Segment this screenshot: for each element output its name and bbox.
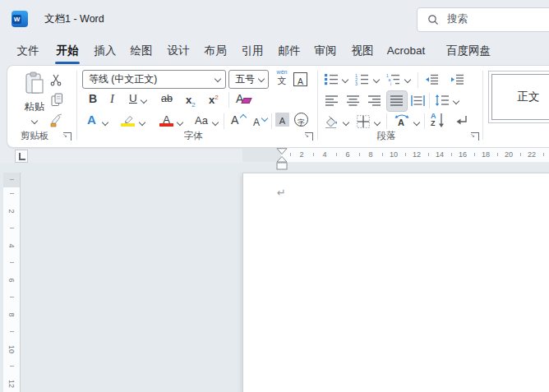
tab-design[interactable]: 设计 <box>164 38 193 64</box>
align-center-button align-center-icon[interactable] <box>347 95 359 106</box>
tab-selector-l-icon <box>19 153 25 160</box>
divider <box>228 92 229 108</box>
hanging-indent-marker <box>277 157 287 163</box>
highlight-color-bar <box>121 123 135 127</box>
bold-button[interactable]: B <box>89 92 97 105</box>
tab-file[interactable]: 文件 <box>13 38 43 64</box>
vertical-ruler[interactable]: 2 4 6 8 10 12 <box>3 173 21 392</box>
tab-layout[interactable]: 布局 <box>201 38 230 64</box>
enclose-characters-button[interactable]: 字 <box>294 113 308 127</box>
text-effects-button[interactable]: A <box>87 113 96 127</box>
indent-markers[interactable] <box>274 148 289 171</box>
style-item-normal[interactable]: 正文 <box>491 74 549 120</box>
format-painter-button format-painter-icon[interactable] <box>49 113 64 127</box>
document-page[interactable]: ↵ <box>242 173 549 392</box>
align-right-button align-right-icon[interactable] <box>368 95 381 106</box>
word-logo-icon: W <box>12 11 28 27</box>
font-dialog-launcher[interactable] <box>305 132 313 141</box>
shading-button paint-bucket-icon[interactable] <box>324 115 338 128</box>
align-left-button align-left-icon[interactable] <box>325 95 338 106</box>
multilevel-list-button multilevel-list-icon[interactable]: 1ai <box>386 73 400 85</box>
character-border-button[interactable]: A <box>293 72 307 86</box>
distributed-button distributed-icon[interactable] <box>411 95 425 106</box>
underline-button[interactable]: U <box>129 92 137 104</box>
italic-button[interactable]: I <box>110 92 114 106</box>
font-size-chevron[interactable] <box>258 76 265 82</box>
font-name-chevron[interactable] <box>215 76 221 82</box>
divider <box>429 93 430 108</box>
character-border-letter: A <box>298 76 303 86</box>
paragraph-group-label: 段落 <box>345 130 427 142</box>
tab-acrobat[interactable]: Acrobat <box>384 38 428 64</box>
tab-baidu-netdisk[interactable]: 百度网盘 <box>442 38 495 64</box>
search-box[interactable]: 搜索 <box>417 7 549 32</box>
tab-draw[interactable]: 绘图 <box>127 38 156 64</box>
window-title: 文档1 - Word <box>44 12 104 26</box>
decrease-indent-button decrease-indent-icon[interactable] <box>425 74 439 85</box>
show-hide-marks-button return-arrow-icon[interactable] <box>454 114 468 127</box>
character-shading-button[interactable]: A <box>275 113 289 127</box>
sort-arrow-icon <box>438 113 445 127</box>
svg-text:3: 3 <box>355 81 358 85</box>
paste-label: 粘贴 <box>15 100 54 114</box>
search-icon <box>427 14 439 25</box>
font-size-value: 五号 <box>235 71 255 88</box>
increase-indent-button increase-indent-icon[interactable] <box>450 74 464 85</box>
bullets-button bullet-list-icon[interactable] <box>325 73 339 85</box>
borders-button borders-grid-icon[interactable] <box>357 115 370 128</box>
paste-button[interactable]: 粘贴 <box>15 69 54 128</box>
word-logo-letter: W <box>12 15 21 24</box>
tab-review[interactable]: 审阅 <box>311 38 340 64</box>
change-case-button[interactable]: Aa <box>195 114 208 127</box>
strikethrough-button[interactable]: ab <box>161 93 173 104</box>
paragraph-dialog-launcher[interactable] <box>471 132 479 141</box>
svg-text:i: i <box>390 81 391 85</box>
phonetic-char: 文 <box>273 76 291 85</box>
divider <box>424 113 425 129</box>
font-color-bar <box>159 123 173 127</box>
search-placeholder: 搜索 <box>447 8 468 30</box>
clear-formatting-button[interactable]: A <box>236 91 252 108</box>
styles-gallery: 正文 <box>488 71 549 123</box>
justify-button[interactable] <box>386 90 408 112</box>
tab-selector[interactable] <box>15 150 28 163</box>
group-divider <box>482 71 483 140</box>
tab-view[interactable]: 视图 <box>348 38 377 64</box>
word-window: W 文档1 - Word 搜索 文件 开始 插入 绘图 设计 布局 引用 邮件 … <box>0 0 549 392</box>
tab-references[interactable]: 引用 <box>238 38 267 64</box>
eraser-icon <box>241 98 251 104</box>
line-spacing-button line-spacing-icon[interactable] <box>435 95 450 106</box>
left-indent-marker <box>277 163 287 169</box>
title-bar: W 文档1 - Word 搜索 <box>0 0 549 38</box>
tab-insert[interactable]: 插入 <box>90 38 120 64</box>
font-color-button[interactable]: A <box>159 112 173 127</box>
highlight-color-button[interactable] <box>121 113 136 127</box>
asian-layout-button[interactable]: A <box>393 113 411 129</box>
font-name-value: 等线 (中文正文) <box>89 71 157 88</box>
divider <box>386 113 387 129</box>
style-normal-label: 正文 <box>518 90 540 103</box>
font-name-combo[interactable]: 等线 (中文正文) <box>82 70 226 89</box>
tab-mailings[interactable]: 邮件 <box>274 38 304 64</box>
grow-font-button[interactable]: A <box>231 113 247 129</box>
numbering-button numbered-list-icon[interactable]: 123 <box>355 73 369 85</box>
shrink-font-button[interactable]: A <box>253 114 270 131</box>
group-divider <box>76 71 77 140</box>
phonetic-guide-button[interactable]: wén 文 <box>273 69 291 89</box>
cut-button cut-scissors-icon[interactable] <box>49 73 62 86</box>
tab-home[interactable]: 开始 <box>53 38 82 64</box>
clipboard-group-label: 剪贴板 <box>10 130 59 142</box>
copy-button copy-icon[interactable] <box>51 93 63 107</box>
clipboard-dialog-launcher[interactable] <box>63 132 72 141</box>
active-tab-underline <box>55 62 80 64</box>
justify-icon <box>390 95 403 106</box>
paste-dropdown-chevron[interactable] <box>31 118 38 124</box>
ribbon-tab-bar: 文件 开始 插入 绘图 设计 布局 引用 邮件 审阅 视图 Acrobat 百度… <box>0 38 549 64</box>
sort-button[interactable]: A Z <box>431 113 447 129</box>
divider <box>271 113 272 129</box>
superscript-button[interactable]: x2 <box>209 92 219 107</box>
subscript-button[interactable]: x2 <box>186 92 196 108</box>
phonetic-ruby: wén <box>273 69 291 76</box>
font-size-combo[interactable]: 五号 <box>228 70 269 89</box>
divider <box>418 72 418 88</box>
